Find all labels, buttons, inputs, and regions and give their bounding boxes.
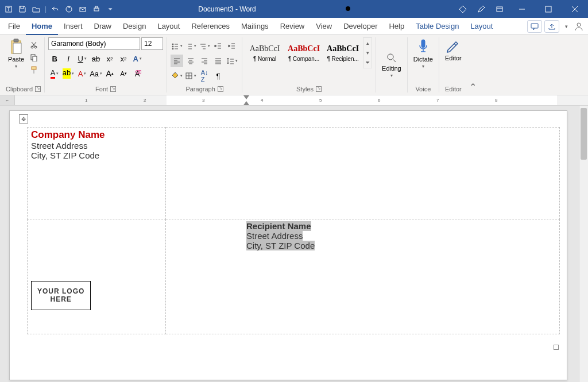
- ribbon-display-icon[interactable]: [490, 4, 509, 14]
- cell-company[interactable]: Company Name Street Address City, ST ZIP…: [28, 128, 166, 219]
- style-normal[interactable]: AaBbCcI¶ Normal: [246, 37, 284, 68]
- minimize-button[interactable]: [509, 0, 535, 18]
- scrollbar-thumb[interactable]: [581, 108, 587, 160]
- change-case-button[interactable]: Aa: [90, 67, 102, 80]
- sort-button[interactable]: A↓Z: [198, 70, 211, 82]
- increase-indent-button[interactable]: [226, 40, 238, 52]
- undo-icon[interactable]: [50, 4, 60, 14]
- open-icon[interactable]: [31, 4, 41, 14]
- bold-button[interactable]: B: [48, 52, 61, 65]
- search-icon[interactable]: [335, 4, 362, 14]
- style-company[interactable]: AaBbCcI¶ Compan...: [285, 37, 323, 68]
- tab-help[interactable]: Help: [383, 18, 410, 35]
- redo-icon[interactable]: [64, 4, 74, 14]
- company-street[interactable]: Street Address: [31, 141, 162, 151]
- tab-draw[interactable]: Draw: [88, 18, 117, 35]
- styles-dialog-launcher[interactable]: [316, 86, 322, 92]
- clipboard-dialog-launcher[interactable]: [35, 86, 41, 92]
- diamond-icon[interactable]: [454, 4, 472, 14]
- maximize-button[interactable]: [535, 0, 562, 18]
- tab-context-layout[interactable]: Layout: [465, 18, 498, 35]
- tab-developer[interactable]: Developer: [338, 18, 383, 35]
- font-color-button[interactable]: A: [48, 67, 61, 80]
- tab-layout[interactable]: Layout: [152, 18, 185, 35]
- font-dialog-launcher[interactable]: [110, 86, 116, 92]
- underline-button[interactable]: U: [76, 52, 88, 65]
- show-marks-button[interactable]: ¶: [212, 70, 225, 82]
- numbering-button[interactable]: [184, 40, 197, 52]
- shrink-font-button[interactable]: A▾: [117, 67, 130, 80]
- editor-button[interactable]: Editor: [443, 37, 464, 63]
- share-dropdown[interactable]: ▾: [562, 20, 571, 33]
- collapse-ribbon-icon[interactable]: ⌃: [467, 37, 479, 92]
- cell-logo[interactable]: YOUR LOGO HERE: [28, 219, 166, 334]
- justify-button[interactable]: [212, 55, 225, 67]
- company-name-text[interactable]: Company Name: [31, 129, 162, 141]
- paste-button[interactable]: Paste ▾: [6, 37, 26, 75]
- align-left-button[interactable]: [171, 55, 183, 67]
- save-icon[interactable]: [17, 4, 28, 14]
- strikethrough-button[interactable]: ab: [90, 52, 102, 65]
- tab-design[interactable]: Design: [117, 18, 152, 35]
- tab-view[interactable]: View: [310, 18, 338, 35]
- format-painter-icon[interactable]: [29, 65, 39, 75]
- italic-button[interactable]: I: [62, 52, 75, 65]
- close-button[interactable]: [562, 0, 588, 18]
- tab-references[interactable]: References: [185, 18, 235, 35]
- recipient-street[interactable]: Street Address: [246, 231, 303, 241]
- paragraph-label: Paragraph: [185, 86, 215, 92]
- styles-gallery-more[interactable]: ▴▾⏷: [363, 37, 372, 68]
- cut-icon[interactable]: [29, 40, 39, 50]
- tab-file[interactable]: File: [2, 18, 26, 35]
- font-size-combo[interactable]: [141, 37, 163, 50]
- tab-mailings[interactable]: Mailings: [235, 18, 274, 35]
- copy-icon[interactable]: [29, 52, 39, 63]
- grow-font-button[interactable]: A▴: [103, 67, 116, 80]
- style-recipient[interactable]: AaBbCcI¶ Recipien...: [324, 37, 362, 68]
- bullets-button[interactable]: [171, 40, 183, 52]
- borders-button[interactable]: [184, 70, 197, 82]
- align-center-button[interactable]: [184, 55, 197, 67]
- cell-empty-top[interactable]: [166, 128, 560, 219]
- tab-home[interactable]: Home: [26, 18, 58, 35]
- indent-marker-bottom[interactable]: [243, 101, 249, 105]
- qat-more-icon[interactable]: ⏷: [105, 4, 115, 14]
- editing-button[interactable]: Editing ▾: [380, 51, 404, 79]
- company-csz[interactable]: City, ST ZIP Code: [31, 151, 162, 160]
- account-icon[interactable]: [573, 20, 585, 33]
- cell-recipient[interactable]: Recipient Name Street Address City, ST Z…: [166, 219, 560, 334]
- recipient-name[interactable]: Recipient Name: [246, 221, 311, 231]
- table-resize-handle[interactable]: [554, 345, 559, 350]
- autosave-icon[interactable]: [3, 4, 14, 14]
- recipient-csz[interactable]: City, ST ZIP Code: [246, 241, 315, 250]
- font-case-button[interactable]: A: [76, 67, 88, 80]
- logo-placeholder[interactable]: YOUR LOGO HERE: [31, 281, 91, 310]
- horizontal-ruler[interactable]: ⌐ 1 2 3 4 5 6 7 8: [0, 95, 588, 106]
- highlight-button[interactable]: ab: [62, 67, 75, 80]
- text-effects-button[interactable]: A: [131, 52, 144, 65]
- superscript-button[interactable]: x2: [117, 52, 130, 65]
- font-name-combo[interactable]: [48, 37, 140, 50]
- pen-icon[interactable]: [472, 4, 490, 14]
- paragraph-dialog-launcher[interactable]: [218, 86, 223, 92]
- multilevel-button[interactable]: [198, 40, 211, 52]
- tab-insert[interactable]: Insert: [58, 18, 88, 35]
- vertical-scrollbar[interactable]: [579, 106, 588, 382]
- mail-icon[interactable]: [78, 4, 88, 14]
- document-table[interactable]: Company Name Street Address City, ST ZIP…: [27, 127, 560, 334]
- line-spacing-button[interactable]: [226, 55, 238, 67]
- decrease-indent-button[interactable]: [212, 40, 225, 52]
- shading-button[interactable]: [171, 70, 183, 82]
- document-canvas[interactable]: ✥ Company Name Street Address City, ST Z…: [0, 106, 588, 382]
- table-move-handle[interactable]: ✥: [19, 114, 28, 124]
- subscript-button[interactable]: x2: [103, 52, 116, 65]
- align-right-button[interactable]: [198, 55, 211, 67]
- dictate-button[interactable]: Dictate ▾: [411, 37, 435, 70]
- tab-review[interactable]: Review: [274, 18, 311, 35]
- comments-icon[interactable]: [527, 20, 542, 33]
- share-icon[interactable]: [544, 20, 559, 33]
- clear-format-button[interactable]: A⌫: [131, 67, 144, 80]
- tab-table-design[interactable]: Table Design: [410, 18, 465, 35]
- print-icon[interactable]: [91, 4, 102, 14]
- indent-marker-top[interactable]: [243, 95, 249, 99]
